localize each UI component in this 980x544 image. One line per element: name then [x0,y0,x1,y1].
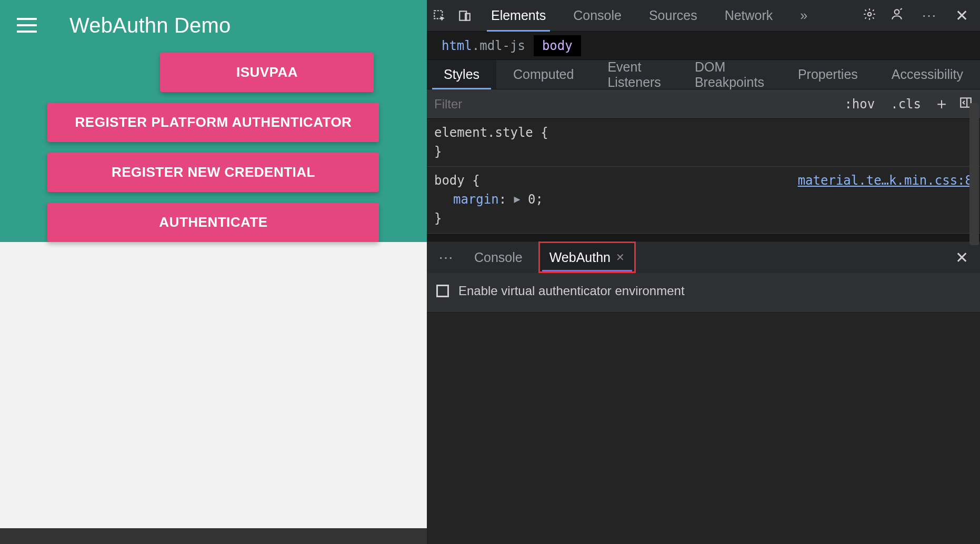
authenticate-button[interactable]: AUTHENTICATE [47,203,379,242]
tab-sources[interactable]: Sources [635,0,711,31]
dom-breadcrumb: html.mdl-js body [427,32,980,60]
isuvpaa-button[interactable]: ISUVPAA [160,53,374,92]
app-bar: WebAuthn Demo ISUVPAA REGISTER PLATFORM … [0,0,427,242]
rule-inline-style[interactable]: element.style { } [427,119,980,167]
page-title: WebAuthn Demo [69,14,231,37]
styles-filter-input[interactable] [434,97,832,112]
devtools-drawer: ⋯ Console WebAuthn✕ ✕ Enable virtual aut… [427,241,980,313]
subtab-event-listeners[interactable]: Event Listeners [591,60,677,89]
new-style-rule-icon[interactable]: ＋ [934,93,949,115]
close-drawer-icon[interactable]: ✕ [955,248,968,267]
enable-virtual-authenticator-label: Enable virtual authenticator environment [458,284,685,298]
settings-icon[interactable] [863,7,876,24]
menu-icon[interactable] [17,13,41,37]
styles-subtabs: Styles Computed Event Listeners DOM Brea… [427,60,980,89]
svg-point-3 [868,12,872,16]
webauthn-panel: Enable virtual authenticator environment [427,273,980,313]
breadcrumb-body[interactable]: body [534,35,581,56]
page-body [0,242,427,528]
tab-network[interactable]: Network [711,0,787,31]
drawer-empty-area [427,313,980,544]
device-toolbar-icon[interactable] [452,0,477,31]
close-devtools-icon[interactable]: ✕ [955,6,968,25]
register-new-credential-button[interactable]: REGISTER NEW CREDENTIAL [47,153,379,192]
source-link[interactable]: material.te…k.min.css:8 [798,171,973,190]
breadcrumb-html[interactable]: html.mdl-js [433,35,534,56]
toggle-cls[interactable]: .cls [887,96,924,113]
styles-filter-bar: :hov .cls ＋ [427,89,980,119]
page-footer [0,528,427,544]
svg-point-4 [895,9,899,14]
tab-elements[interactable]: Elements [477,0,559,31]
more-tabs-icon[interactable]: » [786,0,821,31]
subtab-dom-breakpoints[interactable]: DOM Breakpoints [678,60,781,89]
drawer-tab-console[interactable]: Console [458,241,538,273]
devtools-toolbar: Elements Console Sources Network » ⋯ ✕ [427,0,980,32]
kebab-menu-icon[interactable]: ⋯ [917,7,942,24]
enable-virtual-authenticator-checkbox[interactable] [436,285,449,297]
style-rules: element.style { } body { material.te…k.m… [427,119,980,234]
drawer-tab-webauthn[interactable]: WebAuthn✕ [538,241,636,273]
rendered-page: WebAuthn Demo ISUVPAA REGISTER PLATFORM … [0,0,427,544]
register-platform-authenticator-button[interactable]: REGISTER PLATFORM AUTHENTICATOR [47,103,379,142]
inspect-element-icon[interactable] [427,0,452,31]
feedback-icon[interactable] [890,7,904,24]
subtab-computed[interactable]: Computed [496,60,591,89]
drawer-menu-icon[interactable]: ⋯ [434,241,458,273]
subtab-accessibility[interactable]: Accessibility [875,60,980,89]
close-tab-icon[interactable]: ✕ [616,251,625,264]
rule-body[interactable]: body { material.te…k.min.css:8 margin: ▶… [427,167,980,234]
subtab-styles[interactable]: Styles [427,60,496,89]
subtab-properties[interactable]: Properties [781,60,875,89]
devtools-panel: Elements Console Sources Network » ⋯ ✕ h… [427,0,980,544]
tab-console[interactable]: Console [559,0,635,31]
scrollbar[interactable] [969,103,979,245]
toggle-hov[interactable]: :hov [841,96,878,113]
